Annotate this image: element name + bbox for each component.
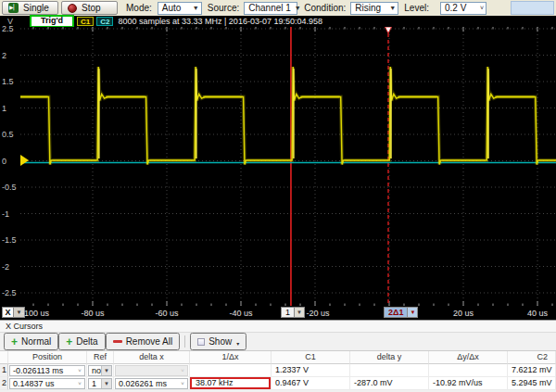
chevron-down-icon: ▼ (408, 307, 418, 318)
chevron-down-icon: ▾ (236, 340, 239, 347)
level-label: Level: (404, 3, 429, 13)
channel1-badge[interactable]: C1 (77, 17, 94, 26)
x-cursors-panel: X Cursors + Normal + Delta Remove All Sh… (0, 320, 556, 392)
y-axis-label: -0.5 (2, 183, 17, 192)
trigger-status-badge: Trig'd (30, 15, 74, 28)
column-header-position: Position (8, 351, 87, 364)
chevron-down-icon: ▼ (101, 366, 111, 375)
minus-icon (113, 340, 122, 343)
ref-select-row2[interactable]: 1 ▼ (88, 378, 112, 389)
cursor2-label: 2Δ1 (384, 307, 408, 318)
waveform-canvas[interactable] (20, 27, 556, 306)
x-axis-label: -40 us (229, 309, 252, 318)
position-select-row1[interactable]: -0.026113 ms ˅ (9, 365, 85, 376)
cursor1-label: 1 (281, 307, 295, 318)
add-delta-cursor-button[interactable]: + Delta (58, 333, 105, 350)
ref-value: 1 (89, 379, 101, 388)
table-cell-position: -0.026113 ms ˅ (8, 364, 87, 377)
x-axis-label: -100 us (21, 309, 49, 318)
add-normal-cursor-button[interactable]: + Normal (4, 333, 58, 350)
y-axis-label: -1.5 (2, 236, 17, 245)
ref-value: none (89, 366, 101, 375)
chevron-down-icon: ˅ (75, 365, 84, 377)
table-cell-inv-dx (190, 364, 272, 377)
level-value: 0.2 V (445, 3, 466, 13)
chevron-down-icon: ˅ (480, 5, 484, 11)
x-axis-label: 20 us (453, 309, 474, 318)
condition-select[interactable]: Rising ▼ (350, 2, 398, 15)
table-cell-dy-dx: -10.92 mV/us (429, 377, 508, 390)
y-axis-label: 2.5 (2, 25, 14, 33)
column-header-ref: Ref (87, 351, 114, 364)
table-cell-c1: 0.9467 V (272, 377, 350, 390)
y-axis-label: -1 (2, 210, 9, 219)
remove-all-button[interactable]: Remove All (106, 333, 181, 350)
row-number: 1 (0, 364, 8, 377)
show-columns-icon (197, 338, 205, 346)
scope-plot[interactable]: 2.521.510.50-0.5-1-1.5-2-2.5 (0, 27, 556, 306)
stop-button-label: Stop (82, 3, 101, 13)
plus-icon: + (66, 337, 72, 347)
x-axis-label: 40 us (527, 309, 548, 318)
x-cursor-handle[interactable] (385, 27, 391, 33)
source-value: Channel 1 (248, 3, 291, 13)
y-axis-label: -2.5 (2, 289, 17, 297)
y-axis-label: 1 (2, 105, 6, 113)
table-cell-position: 0.14837 us ˅ (8, 377, 87, 390)
cursors-panel-toolbar: + Normal + Delta Remove All Show ▾ (0, 333, 556, 351)
level-select[interactable]: 0.2 V ˅ (440, 2, 486, 15)
chevron-down-icon: ▼ (193, 5, 199, 11)
y-axis-label: 1.5 (2, 78, 14, 86)
table-cell-c2: 5.2945 mV (508, 377, 556, 390)
row-number: 2 (0, 377, 8, 390)
inv-dx-value: 38.07 kHz (196, 378, 234, 387)
source-select[interactable]: Channel 1 ▼ (244, 2, 297, 15)
cursors-table: Position Ref delta x 1/Δx C1 delta y Δy/… (0, 351, 556, 390)
table-cell-c1: 1.2337 V (272, 364, 350, 377)
cursor1-selector[interactable]: 1 ▼ (281, 307, 305, 318)
table-cell-c2: 7.6212 mV (508, 364, 556, 377)
column-header-inv-dx: 1/Δx (190, 351, 272, 364)
level-adjust-area[interactable] (511, 1, 554, 15)
plus-icon: + (11, 337, 18, 347)
mode-value: Auto (162, 3, 182, 13)
chevron-down-icon: ˅ (178, 378, 187, 390)
show-columns-button[interactable]: Show ▾ (190, 333, 246, 350)
delta-x-select-row2[interactable]: 0.026261 ms ˅ (115, 378, 188, 389)
picoscope-window: ▶▏ Single Stop Mode: Auto ▼ Source: Chan… (0, 0, 556, 392)
normal-button-label: Normal (21, 336, 51, 347)
chevron-down-icon: ▼ (295, 307, 305, 318)
stop-button[interactable]: Stop (61, 1, 118, 15)
stop-icon (68, 4, 77, 13)
toolbar-separator (184, 335, 185, 348)
x-axis-label: -20 us (306, 309, 329, 318)
position-value: -0.026113 ms (10, 366, 75, 375)
delta-x-value: 0.026261 ms (116, 379, 178, 388)
x-axis-unit-label: X (2, 307, 14, 318)
table-cell-delta-x: ˅ (114, 364, 190, 377)
x-axis-bar: X ▼ -100 us-80 us-60 us-40 us-20 us20 us… (0, 306, 556, 320)
sample-info: 8000 samples at 33.33 MHz | 2016-03-07 1… (118, 17, 322, 26)
channel2-badge[interactable]: C2 (96, 17, 113, 26)
column-header (0, 351, 8, 364)
y-axis-label: 2 (2, 52, 6, 60)
position-select-row2[interactable]: 0.14837 us ˅ (9, 378, 85, 389)
mode-select[interactable]: Auto ▼ (158, 2, 202, 15)
x-axis-label: -80 us (81, 309, 104, 318)
single-button[interactable]: ▶▏ Single (2, 1, 58, 15)
chevron-down-icon: ˅ (178, 365, 187, 377)
trigger-toolbar: ▶▏ Single Stop Mode: Auto ▼ Source: Chan… (0, 0, 556, 16)
source-label: Source: (208, 3, 239, 13)
chevron-down-icon: ▼ (389, 5, 396, 11)
y-axis-label: 0.5 (2, 131, 14, 139)
chevron-down-icon: ▼ (101, 379, 111, 388)
mode-label: Mode: (126, 3, 152, 13)
ref-select-row1[interactable]: none ▼ (88, 365, 112, 376)
trigger-marker[interactable] (20, 155, 29, 166)
column-header-c1: C1 (272, 351, 350, 364)
table-cell-delta-y (350, 364, 429, 377)
table-cell-ref: 1 ▼ (87, 377, 114, 390)
cursor2-selector[interactable]: 2Δ1 ▼ (384, 307, 418, 318)
y-axis-label: -2 (2, 263, 9, 272)
column-header-delta-y: delta y (350, 351, 429, 364)
